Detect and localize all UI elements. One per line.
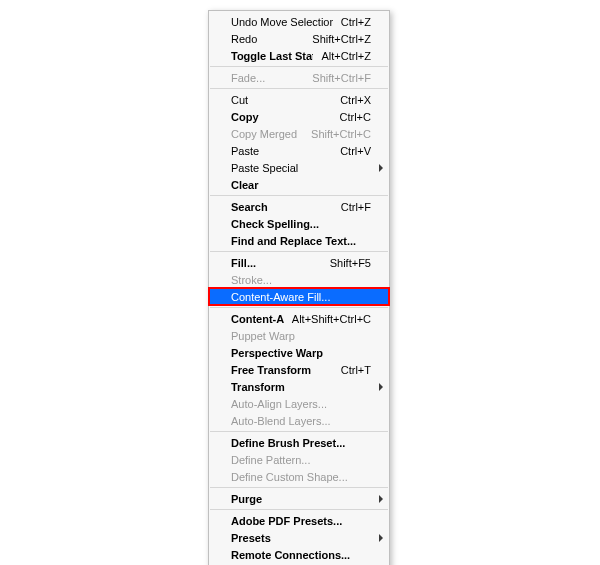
menu-separator bbox=[210, 307, 388, 308]
menu-item-free-transform[interactable]: Free TransformCtrl+T bbox=[209, 361, 389, 378]
menu-item-adobe-pdf-presets[interactable]: Adobe PDF Presets... bbox=[209, 512, 389, 529]
menu-item-search[interactable]: SearchCtrl+F bbox=[209, 198, 389, 215]
menu-item-auto-blend: Auto-Blend Layers... bbox=[209, 412, 389, 429]
menu-item-label: Find and Replace Text... bbox=[231, 235, 371, 247]
menu-item-fill[interactable]: Fill...Shift+F5 bbox=[209, 254, 389, 271]
menu-item-content-aware-scale[interactable]: Content-Aware ScaleAlt+Shift+Ctrl+C bbox=[209, 310, 389, 327]
edit-context-menu: Undo Move SelectionCtrl+ZRedoShift+Ctrl+… bbox=[208, 10, 390, 565]
menu-separator bbox=[210, 195, 388, 196]
chevron-right-icon bbox=[379, 164, 383, 172]
menu-item-fade: Fade...Shift+Ctrl+F bbox=[209, 69, 389, 86]
menu-separator bbox=[210, 251, 388, 252]
menu-item-paste[interactable]: PasteCtrl+V bbox=[209, 142, 389, 159]
menu-item-label: Cut bbox=[231, 94, 332, 106]
menu-item-shortcut: Ctrl+T bbox=[341, 364, 371, 376]
menu-item-label: Purge bbox=[231, 493, 371, 505]
menu-item-label: Content-Aware Scale bbox=[231, 313, 284, 325]
menu-item-label: Transform bbox=[231, 381, 371, 393]
menu-item-transform[interactable]: Transform bbox=[209, 378, 389, 395]
menu-item-shortcut: Shift+F5 bbox=[330, 257, 371, 269]
menu-item-label: Auto-Align Layers... bbox=[231, 398, 371, 410]
menu-item-label: Auto-Blend Layers... bbox=[231, 415, 371, 427]
menu-item-shortcut: Shift+Ctrl+F bbox=[312, 72, 371, 84]
menu-separator bbox=[210, 431, 388, 432]
menu-item-label: Copy bbox=[231, 111, 332, 123]
menu-item-shortcut: Ctrl+X bbox=[340, 94, 371, 106]
menu-item-cut[interactable]: CutCtrl+X bbox=[209, 91, 389, 108]
menu-item-label: Define Custom Shape... bbox=[231, 471, 371, 483]
menu-item-content-aware-fill[interactable]: Content-Aware Fill... bbox=[209, 288, 389, 305]
menu-item-find-replace[interactable]: Find and Replace Text... bbox=[209, 232, 389, 249]
menu-item-label: Paste bbox=[231, 145, 332, 157]
menu-item-label: Redo bbox=[231, 33, 304, 45]
menu-item-undo-move-selection[interactable]: Undo Move SelectionCtrl+Z bbox=[209, 13, 389, 30]
menu-item-label: Perspective Warp bbox=[231, 347, 371, 359]
menu-item-stroke: Stroke... bbox=[209, 271, 389, 288]
menu-item-shortcut: Shift+Ctrl+Z bbox=[312, 33, 371, 45]
menu-item-paste-special[interactable]: Paste Special bbox=[209, 159, 389, 176]
menu-item-perspective-warp[interactable]: Perspective Warp bbox=[209, 344, 389, 361]
menu-item-label: Define Brush Preset... bbox=[231, 437, 371, 449]
menu-item-copy-merged: Copy MergedShift+Ctrl+C bbox=[209, 125, 389, 142]
menu-item-label: Search bbox=[231, 201, 333, 213]
menu-item-label: Remote Connections... bbox=[231, 549, 371, 561]
menu-item-label: Presets bbox=[231, 532, 371, 544]
menu-item-shortcut: Ctrl+F bbox=[341, 201, 371, 213]
menu-item-label: Content-Aware Fill... bbox=[231, 291, 371, 303]
menu-item-label: Copy Merged bbox=[231, 128, 303, 140]
menu-separator bbox=[210, 509, 388, 510]
menu-item-label: Puppet Warp bbox=[231, 330, 371, 342]
menu-item-copy[interactable]: CopyCtrl+C bbox=[209, 108, 389, 125]
menu-item-check-spelling[interactable]: Check Spelling... bbox=[209, 215, 389, 232]
menu-item-shortcut: Alt+Ctrl+Z bbox=[321, 50, 371, 62]
menu-item-shortcut: Ctrl+C bbox=[340, 111, 371, 123]
chevron-right-icon bbox=[379, 383, 383, 391]
menu-item-shortcut: Ctrl+Z bbox=[341, 16, 371, 28]
menu-item-presets[interactable]: Presets bbox=[209, 529, 389, 546]
menu-item-puppet-warp: Puppet Warp bbox=[209, 327, 389, 344]
menu-item-remote-connections[interactable]: Remote Connections... bbox=[209, 546, 389, 563]
menu-item-label: Toggle Last State bbox=[231, 50, 313, 62]
menu-item-label: Undo Move Selection bbox=[231, 16, 333, 28]
menu-item-clear[interactable]: Clear bbox=[209, 176, 389, 193]
menu-item-redo[interactable]: RedoShift+Ctrl+Z bbox=[209, 30, 389, 47]
menu-item-purge[interactable]: Purge bbox=[209, 490, 389, 507]
menu-item-label: Clear bbox=[231, 179, 371, 191]
menu-separator bbox=[210, 88, 388, 89]
menu-item-shortcut: Alt+Shift+Ctrl+C bbox=[292, 313, 371, 325]
menu-item-label: Stroke... bbox=[231, 274, 371, 286]
menu-item-shortcut: Ctrl+V bbox=[340, 145, 371, 157]
menu-item-define-brush[interactable]: Define Brush Preset... bbox=[209, 434, 389, 451]
menu-separator bbox=[210, 487, 388, 488]
chevron-right-icon bbox=[379, 495, 383, 503]
menu-item-label: Free Transform bbox=[231, 364, 333, 376]
menu-item-shortcut: Shift+Ctrl+C bbox=[311, 128, 371, 140]
menu-item-label: Fade... bbox=[231, 72, 304, 84]
menu-item-label: Fill... bbox=[231, 257, 322, 269]
chevron-right-icon bbox=[379, 534, 383, 542]
menu-separator bbox=[210, 66, 388, 67]
menu-item-define-pattern: Define Pattern... bbox=[209, 451, 389, 468]
menu-item-label: Adobe PDF Presets... bbox=[231, 515, 371, 527]
menu-item-auto-align: Auto-Align Layers... bbox=[209, 395, 389, 412]
menu-item-toggle-last-state[interactable]: Toggle Last StateAlt+Ctrl+Z bbox=[209, 47, 389, 64]
menu-item-label: Define Pattern... bbox=[231, 454, 371, 466]
menu-item-define-custom-shape: Define Custom Shape... bbox=[209, 468, 389, 485]
menu-item-label: Check Spelling... bbox=[231, 218, 371, 230]
menu-item-label: Paste Special bbox=[231, 162, 371, 174]
